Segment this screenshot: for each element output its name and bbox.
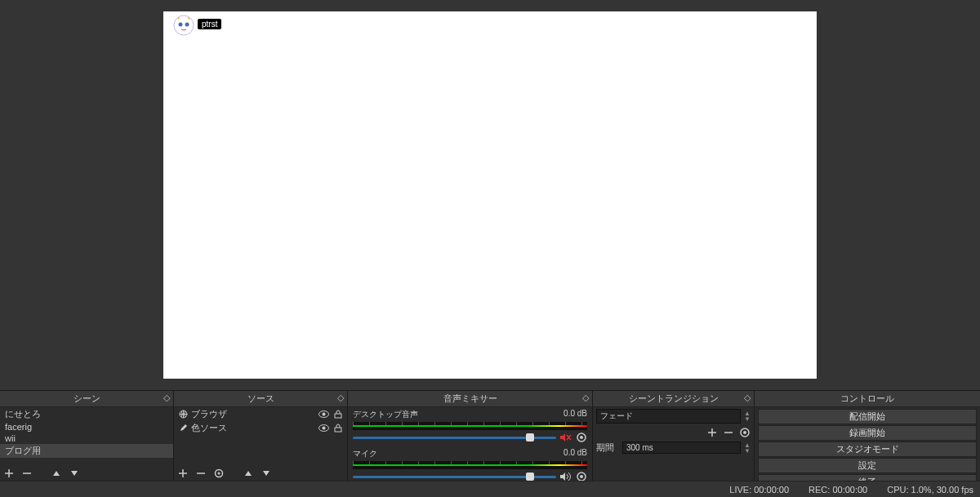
remove-scene-button[interactable] [21, 468, 33, 479]
sources-toolbar [174, 466, 347, 481]
move-source-up-button[interactable] [243, 468, 254, 479]
controls-body: 配信開始録画開始スタジオモード設定終了 [755, 407, 980, 481]
scenes-toolbar [0, 466, 173, 481]
preview-area: ptrst [0, 0, 980, 390]
popout-icon[interactable]: ◇ [582, 393, 589, 403]
channel-name: マイク [353, 448, 377, 459]
sources-title: ソース [247, 393, 274, 403]
scene-item[interactable]: wii [0, 433, 173, 444]
audio-meter [353, 461, 587, 469]
lock-icon[interactable] [334, 410, 342, 419]
control-button[interactable]: 配信開始 [758, 409, 977, 424]
svg-point-5 [323, 413, 326, 416]
preview-badge: ptrst [198, 19, 221, 29]
svg-point-0 [174, 16, 194, 35]
status-rec: REC: 00:00:00 [808, 485, 867, 495]
status-bar: LIVE: 00:00:00 REC: 00:00:00 CPU: 1.0%, … [0, 481, 980, 497]
svg-point-13 [580, 436, 583, 439]
transitions-panel: シーントランジション ◇ フェード ▲▼ 期間 ▲▼ [593, 391, 755, 481]
channel-settings-button[interactable] [576, 432, 587, 443]
mixer-title: 音声ミキサー [443, 393, 497, 403]
globe-icon [179, 410, 188, 419]
transitions-title: シーントランジション [629, 393, 719, 403]
source-properties-button[interactable] [213, 468, 225, 479]
control-button[interactable]: 設定 [758, 458, 977, 473]
duration-spinner[interactable]: ▲▼ [744, 442, 751, 454]
audio-meter [353, 422, 587, 430]
visibility-icon[interactable] [318, 424, 329, 433]
scenes-list[interactable]: にせとろfacerigwiiブログ用 [0, 407, 173, 466]
svg-rect-9 [335, 428, 341, 432]
svg-point-8 [323, 427, 326, 430]
transition-select[interactable]: フェード [596, 409, 741, 424]
svg-point-11 [218, 473, 220, 475]
svg-point-17 [743, 431, 746, 434]
volume-slider[interactable] [353, 437, 556, 439]
transition-select-spinner[interactable]: ▲▼ [744, 410, 751, 422]
sources-list[interactable]: ブラウザ色ソース [174, 407, 347, 466]
remove-transition-button[interactable] [723, 427, 734, 438]
add-scene-button[interactable] [3, 468, 15, 479]
mixer-channel: デスクトップ音声0.0 dB [348, 407, 592, 446]
bottom-panels: シーン ◇ にせとろfacerigwiiブログ用 ソース ◇ ブラウザ色ソース [0, 390, 980, 481]
scene-item[interactable]: にせとろ [0, 407, 173, 421]
channel-db: 0.0 dB [564, 409, 587, 420]
control-button[interactable]: 録画開始 [758, 425, 977, 441]
lock-icon[interactable] [334, 424, 342, 433]
channel-db: 0.0 dB [564, 448, 587, 459]
sources-header: ソース ◇ [174, 391, 347, 407]
channel-name: デスクトップ音声 [353, 409, 418, 420]
muted-icon[interactable] [559, 433, 572, 442]
mixer-header: 音声ミキサー ◇ [348, 391, 592, 407]
status-live: LIVE: 00:00:00 [729, 485, 789, 495]
popout-icon[interactable]: ◇ [337, 393, 344, 403]
controls-title: コントロール [840, 393, 894, 403]
source-item[interactable]: 色ソース [174, 421, 347, 435]
control-button[interactable]: 終了 [758, 474, 977, 481]
preview-canvas[interactable]: ptrst [163, 11, 817, 379]
avatar-image [173, 15, 194, 36]
mixer-list: デスクトップ音声0.0 dBマイク0.0 dB [348, 407, 592, 481]
source-label: 色ソース [191, 422, 227, 434]
popout-icon[interactable]: ◇ [163, 393, 170, 403]
move-scene-down-button[interactable] [69, 468, 80, 479]
transition-settings-button[interactable] [739, 427, 751, 438]
channel-settings-button[interactable] [576, 471, 587, 481]
sources-panel: ソース ◇ ブラウザ色ソース [174, 391, 348, 481]
status-cpu: CPU: 1.0%, 30.00 fps [887, 485, 973, 495]
svg-point-2 [185, 23, 189, 27]
move-source-down-button[interactable] [261, 468, 272, 479]
scenes-panel: シーン ◇ にせとろfacerigwiiブログ用 [0, 391, 174, 481]
scenes-header: シーン ◇ [0, 391, 173, 407]
remove-source-button[interactable] [195, 468, 207, 479]
transitions-body: フェード ▲▼ 期間 ▲▼ [593, 407, 754, 481]
source-label: ブラウザ [191, 408, 227, 420]
volume-slider[interactable] [353, 476, 556, 478]
visibility-icon[interactable] [318, 410, 329, 419]
controls-panel: コントロール 配信開始録画開始スタジオモード設定終了 [755, 391, 980, 481]
scene-item[interactable]: facerig [0, 421, 173, 433]
add-source-button[interactable] [177, 468, 189, 479]
transition-type-label: フェード [600, 411, 633, 420]
svg-point-1 [179, 23, 183, 27]
source-item[interactable]: ブラウザ [174, 407, 347, 421]
svg-point-15 [580, 475, 583, 478]
speaker-icon[interactable] [559, 472, 572, 481]
svg-rect-6 [335, 414, 341, 418]
popout-icon[interactable]: ◇ [744, 393, 751, 403]
scenes-title: シーン [74, 393, 100, 403]
control-button[interactable]: スタジオモード [758, 442, 977, 457]
controls-header: コントロール [755, 391, 980, 407]
add-transition-button[interactable] [706, 427, 718, 438]
transitions-header: シーントランジション ◇ [593, 391, 754, 407]
mixer-channel: マイク0.0 dB [348, 446, 592, 481]
duration-label: 期間 [596, 442, 619, 454]
mixer-panel: 音声ミキサー ◇ デスクトップ音声0.0 dBマイク0.0 dB [348, 391, 593, 481]
move-scene-up-button[interactable] [51, 468, 62, 479]
scene-item[interactable]: ブログ用 [0, 444, 173, 458]
brush-icon [179, 424, 188, 433]
duration-input[interactable] [622, 442, 741, 454]
